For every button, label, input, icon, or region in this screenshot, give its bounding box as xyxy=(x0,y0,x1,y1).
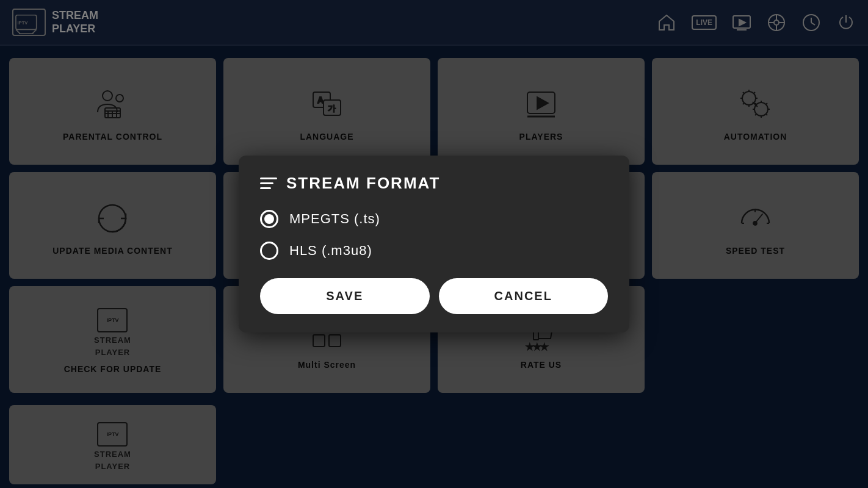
stream-format-options: MPEGTS (.ts) HLS (.m3u8) xyxy=(260,210,608,260)
hamburger-icon xyxy=(260,178,277,189)
dialog-buttons: SAVE CANCEL xyxy=(260,278,608,314)
hls-option[interactable]: HLS (.m3u8) xyxy=(260,242,608,260)
mpegts-option[interactable]: MPEGTS (.ts) xyxy=(260,210,608,228)
dialog-title: STREAM FORMAT xyxy=(286,174,440,193)
dialog-overlay: STREAM FORMAT MPEGTS (.ts) HLS (.m3u8) S… xyxy=(0,0,868,488)
save-button[interactable]: SAVE xyxy=(260,278,430,314)
stream-format-dialog: STREAM FORMAT MPEGTS (.ts) HLS (.m3u8) S… xyxy=(239,156,629,332)
mpegts-label: MPEGTS (.ts) xyxy=(289,211,380,227)
hls-label: HLS (.m3u8) xyxy=(289,243,372,259)
dialog-header: STREAM FORMAT xyxy=(260,174,608,193)
cancel-button[interactable]: CANCEL xyxy=(439,278,609,314)
mpegts-radio[interactable] xyxy=(260,210,278,228)
hls-radio[interactable] xyxy=(260,242,278,260)
